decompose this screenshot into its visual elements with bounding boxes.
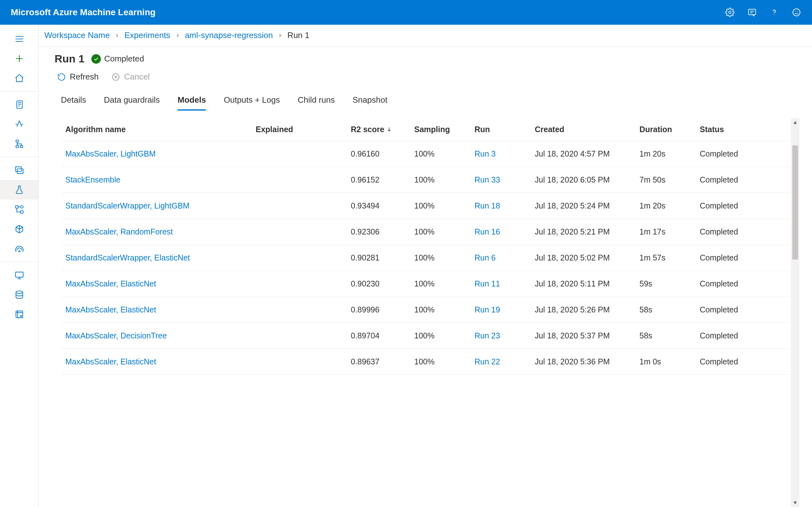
breadcrumb-workspace[interactable]: Workspace Name — [44, 31, 110, 40]
cell-duration: 1m 57s — [640, 253, 700, 262]
endpoints-icon[interactable] — [0, 239, 38, 259]
tab-child-runs[interactable]: Child runs — [298, 95, 335, 111]
cell-r2: 0.93494 — [351, 201, 414, 210]
col-r2-score[interactable]: R2 score — [351, 125, 414, 134]
cell-status: Completed — [700, 149, 786, 158]
cell-r2: 0.92306 — [351, 227, 414, 236]
scroll-down-arrow-icon[interactable]: ▼ — [791, 499, 799, 507]
pipelines-icon[interactable] — [0, 200, 38, 219]
algorithm-link[interactable]: MaxAbsScaler, LightGBM — [65, 149, 156, 158]
algorithm-link[interactable]: MaxAbsScaler, ElasticNet — [65, 279, 156, 288]
svg-point-15 — [19, 250, 20, 252]
tab-details[interactable]: Details — [61, 95, 86, 111]
experiments-icon[interactable] — [0, 180, 38, 200]
cell-created: Jul 18, 2020 5:24 PM — [535, 201, 640, 210]
table-row: MaxAbsScaler, LightGBM0.96160100%Run 3Ju… — [61, 141, 791, 167]
cell-r2: 0.89637 — [351, 357, 414, 366]
run-link[interactable]: Run 18 — [474, 201, 500, 210]
cell-sampling: 100% — [414, 253, 474, 262]
table-header: Algorithm name Explained R2 score Sampli… — [61, 118, 799, 141]
svg-point-5 — [798, 11, 798, 12]
breadcrumb-experiments[interactable]: Experiments — [124, 31, 170, 40]
cell-created: Jul 18, 2020 6:05 PM — [535, 175, 640, 184]
svg-rect-8 — [16, 146, 18, 148]
cell-duration: 1m 20s — [640, 201, 700, 210]
cell-duration: 58s — [640, 305, 700, 314]
algorithm-link[interactable]: StandardScalerWrapper, ElasticNet — [65, 253, 190, 262]
cell-duration: 1m 20s — [640, 149, 700, 158]
col-run[interactable]: Run — [474, 125, 535, 134]
cell-sampling: 100% — [414, 227, 474, 236]
algorithm-link[interactable]: MaxAbsScaler, RandomForest — [65, 227, 173, 236]
models-icon[interactable] — [0, 219, 38, 239]
algorithm-link[interactable]: StandardScalerWrapper, LightGBM — [65, 201, 189, 210]
run-link[interactable]: Run 22 — [474, 357, 500, 366]
col-sampling[interactable]: Sampling — [414, 125, 474, 134]
menu-toggle-icon[interactable] — [0, 29, 38, 49]
breadcrumb: Workspace Name Experiments aml-synapse-r… — [39, 25, 812, 47]
run-link[interactable]: Run 19 — [474, 305, 500, 314]
svg-point-4 — [795, 11, 796, 12]
cancel-label: Cancel — [124, 72, 150, 82]
run-link[interactable]: Run 23 — [474, 331, 500, 340]
cell-r2: 0.96152 — [351, 175, 414, 184]
cell-sampling: 100% — [414, 331, 474, 340]
run-link[interactable]: Run 11 — [474, 279, 500, 288]
col-status[interactable]: Status — [700, 125, 795, 134]
data-labeling-icon[interactable] — [0, 304, 38, 324]
svg-rect-13 — [20, 211, 23, 213]
datastores-icon[interactable] — [0, 285, 38, 304]
check-circle-icon — [91, 54, 101, 64]
page-title: Run 1 — [55, 53, 84, 65]
algorithm-link[interactable]: MaxAbsScaler, ElasticNet — [65, 357, 156, 366]
algorithm-link[interactable]: MaxAbsScaler, ElasticNet — [65, 305, 156, 314]
run-link[interactable]: Run 3 — [474, 149, 496, 158]
col-explained[interactable]: Explained — [256, 125, 351, 134]
run-link[interactable]: Run 16 — [474, 227, 500, 236]
breadcrumb-experiment-name[interactable]: aml-synapse-regression — [185, 31, 273, 40]
run-link[interactable]: Run 33 — [474, 175, 500, 184]
models-table: Algorithm name Explained R2 score Sampli… — [61, 118, 799, 507]
refresh-label: Refresh — [70, 72, 99, 82]
compute-icon[interactable] — [0, 265, 38, 285]
table-row: MaxAbsScaler, RandomForest0.92306100%Run… — [61, 219, 791, 245]
table-row: MaxAbsScaler, ElasticNet0.89637100%Run 2… — [61, 349, 791, 375]
smiley-icon[interactable] — [792, 8, 801, 17]
vertical-scrollbar[interactable]: ▲ ▼ — [791, 118, 799, 507]
algorithm-link[interactable]: MaxAbsScaler, DecisionTree — [65, 331, 167, 340]
designer-icon[interactable] — [0, 134, 38, 154]
scroll-up-arrow-icon[interactable]: ▲ — [791, 118, 799, 126]
svg-point-17 — [16, 291, 22, 293]
page-header: Run 1 Completed Refresh Cancel — [39, 47, 812, 84]
notebooks-icon[interactable] — [0, 95, 38, 114]
run-link[interactable]: Run 6 — [474, 253, 496, 262]
cell-r2: 0.96160 — [351, 149, 414, 158]
cell-sampling: 100% — [414, 305, 474, 314]
cancel-button: Cancel — [111, 72, 150, 82]
scrollbar-thumb[interactable] — [792, 146, 798, 260]
tab-outputs-logs[interactable]: Outputs + Logs — [223, 95, 280, 111]
automl-icon[interactable] — [0, 114, 38, 134]
svg-point-14 — [20, 206, 23, 208]
chevron-right-icon — [277, 33, 283, 38]
table-row: MaxAbsScaler, ElasticNet0.90230100%Run 1… — [61, 271, 791, 297]
col-duration[interactable]: Duration — [640, 125, 700, 134]
cell-status: Completed — [700, 305, 786, 314]
home-icon[interactable] — [0, 68, 38, 88]
help-icon[interactable] — [769, 8, 779, 17]
feedback-icon[interactable] — [747, 8, 757, 17]
tab-models[interactable]: Models — [177, 95, 206, 111]
tab-data-guardrails[interactable]: Data guardrails — [104, 95, 159, 111]
table-row: MaxAbsScaler, DecisionTree0.89704100%Run… — [61, 323, 791, 349]
datasets-icon[interactable] — [0, 160, 38, 180]
command-bar: Refresh Cancel — [55, 72, 796, 82]
refresh-button[interactable]: Refresh — [57, 72, 99, 82]
algorithm-link[interactable]: StackEnsemble — [65, 175, 120, 184]
cell-sampling: 100% — [414, 357, 474, 366]
col-created[interactable]: Created — [535, 125, 640, 134]
col-algorithm[interactable]: Algorithm name — [65, 125, 256, 134]
cell-sampling: 100% — [414, 201, 474, 210]
new-icon[interactable] — [0, 49, 38, 68]
tab-snapshot[interactable]: Snapshot — [353, 95, 388, 111]
gear-icon[interactable] — [725, 8, 734, 17]
